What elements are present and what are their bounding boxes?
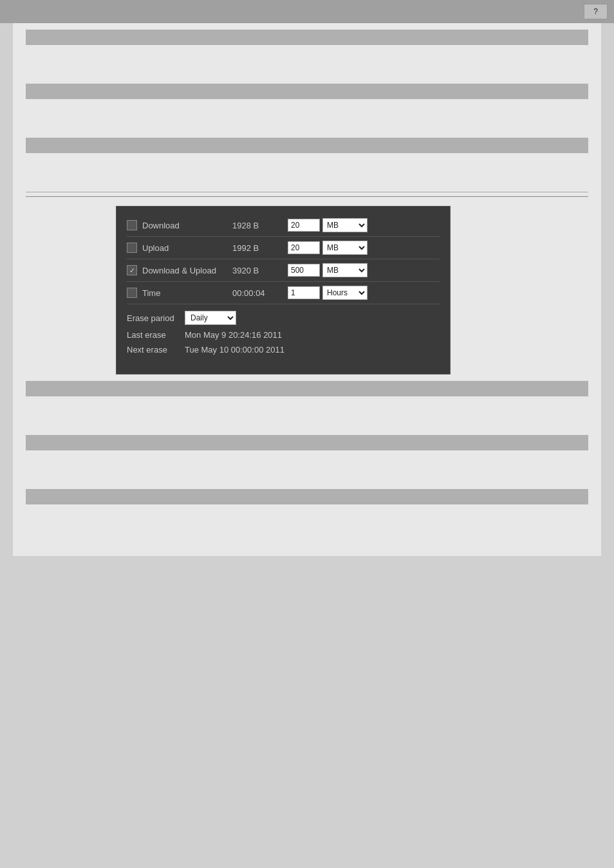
stats-label-text-upload: Upload: [142, 243, 169, 253]
section-header-3: [26, 138, 588, 153]
stats-value-upload: 1992 B: [230, 243, 288, 253]
page-wrapper: ?: [0, 0, 614, 556]
checkbox-download-upload[interactable]: ✓: [127, 265, 137, 275]
erase-row-next: Next erase Tue May 10 00:00:00 2011: [127, 345, 440, 355]
section-header-5: [26, 435, 588, 450]
section-block-4: [26, 381, 588, 423]
section-header-6: [26, 489, 588, 504]
stats-row-download-upload: ✓ Download & Upload 3920 B MB GB KB: [127, 259, 440, 282]
erase-row-last: Last erase Mon May 9 20:24:16 2011: [127, 330, 440, 340]
checkmark-icon: ✓: [129, 266, 135, 275]
divider-2: [26, 196, 588, 197]
stats-limit-download[interactable]: [288, 219, 320, 232]
stats-value-time: 00:00:04: [230, 288, 288, 298]
stats-row-time: Time 00:00:04 Hours Minutes Days: [127, 282, 440, 304]
erase-last-label: Last erase: [127, 330, 185, 340]
erase-next-value: Tue May 10 00:00:00 2011: [185, 345, 284, 355]
section-header-1: [26, 30, 588, 45]
section-header-4: [26, 381, 588, 396]
stats-row-upload: Upload 1992 B MB GB KB: [127, 237, 440, 259]
section-block-6: [26, 489, 588, 531]
section-header-2: [26, 84, 588, 99]
stats-label-text-time: Time: [142, 288, 160, 298]
stats-unit-download[interactable]: MB GB KB: [322, 218, 367, 232]
section-block-3: [26, 138, 588, 180]
top-bar-button[interactable]: ?: [584, 4, 608, 19]
erase-next-label: Next erase: [127, 345, 185, 355]
section-content-4: [26, 404, 588, 423]
main-content: Download 1928 B MB GB KB Upload 1992 B: [13, 23, 601, 556]
stats-label-download: Download: [127, 220, 230, 230]
erase-section: Erase pariod Daily Weekly Monthly Last e…: [127, 304, 440, 364]
stats-label-upload: Upload: [127, 243, 230, 253]
stats-unit-time[interactable]: Hours Minutes Days: [322, 286, 367, 300]
divider-1: [26, 192, 588, 192]
section-content-6: [26, 512, 588, 531]
stats-limit-download-upload[interactable]: [288, 264, 320, 277]
stats-unit-download-upload[interactable]: MB GB KB: [322, 263, 367, 277]
stats-label-text-download: Download: [142, 221, 180, 230]
erase-last-value: Mon May 9 20:24:16 2011: [185, 330, 282, 340]
top-bar: ?: [0, 0, 614, 23]
section-content-1: [26, 53, 588, 72]
stats-row-download: Download 1928 B MB GB KB: [127, 214, 440, 237]
stats-label-text-download-upload: Download & Upload: [142, 266, 216, 275]
stats-limit-upload[interactable]: [288, 241, 320, 254]
checkbox-upload[interactable]: [127, 243, 137, 253]
section-block-2: [26, 84, 588, 126]
stats-panel: Download 1928 B MB GB KB Upload 1992 B: [116, 206, 451, 374]
stats-label-time: Time: [127, 288, 230, 298]
section-content-5: [26, 458, 588, 477]
stats-value-download-upload: 3920 B: [230, 266, 288, 275]
checkbox-download[interactable]: [127, 220, 137, 230]
stats-label-download-upload: ✓ Download & Upload: [127, 265, 230, 275]
erase-period-select[interactable]: Daily Weekly Monthly: [185, 311, 236, 325]
section-block-5: [26, 435, 588, 477]
section-content-3: [26, 161, 588, 180]
erase-period-label: Erase pariod: [127, 313, 185, 323]
erase-row-period: Erase pariod Daily Weekly Monthly: [127, 311, 440, 325]
stats-value-download: 1928 B: [230, 221, 288, 230]
stats-unit-upload[interactable]: MB GB KB: [322, 241, 367, 255]
stats-limit-time[interactable]: [288, 286, 320, 299]
section-block-1: [26, 30, 588, 72]
section-content-2: [26, 107, 588, 126]
checkbox-time[interactable]: [127, 288, 137, 298]
